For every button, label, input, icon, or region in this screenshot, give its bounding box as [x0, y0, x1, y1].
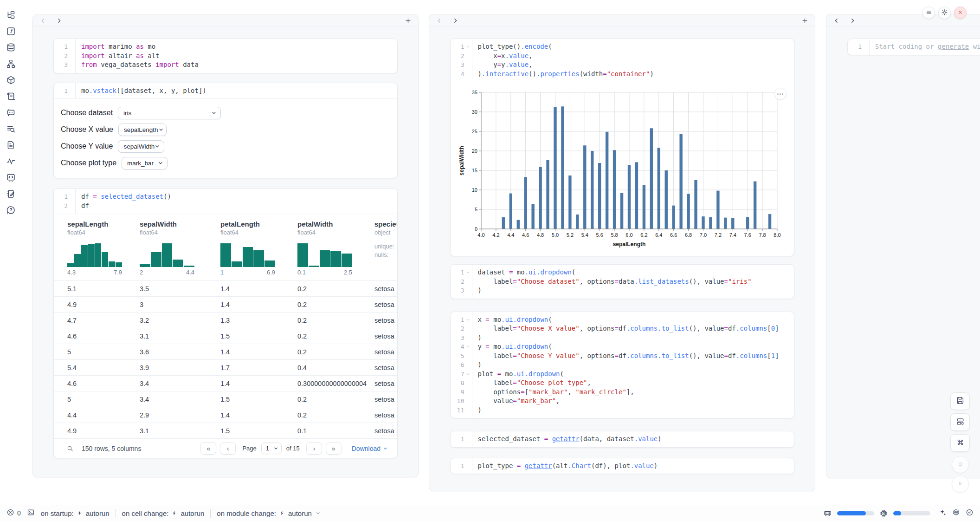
help-icon[interactable]: [6, 205, 16, 215]
code-editor[interactable]: 1df = selected_dataset()2df: [54, 189, 397, 214]
package-icon[interactable]: [6, 75, 16, 85]
chevron-down-icon: [315, 509, 321, 517]
table-cell: setosa: [368, 407, 397, 423]
download-button[interactable]: Download: [352, 445, 388, 452]
code-line: plot = mo.ui.dropdown(: [472, 370, 564, 379]
line-number: 5: [451, 352, 464, 361]
settings-button[interactable]: [938, 7, 951, 19]
table-cell: setosa: [368, 297, 397, 312]
document-icon[interactable]: [6, 140, 16, 150]
line-number: 3: [451, 286, 464, 295]
on-module-change-setting[interactable]: on module change: autorun: [217, 509, 320, 517]
first-page-button[interactable]: «: [200, 442, 216, 455]
code-editor[interactable]: 1x = mo.ui.dropdown(2 label="Choose X va…: [451, 312, 794, 418]
database-icon[interactable]: [6, 43, 16, 52]
generate-link[interactable]: generate: [938, 43, 969, 50]
scratchpad-icon[interactable]: [6, 189, 16, 199]
stop-button[interactable]: [952, 456, 969, 473]
table-column-header[interactable]: sepalWidthfloat6424.4: [133, 214, 213, 280]
dependency-graph-icon[interactable]: [6, 59, 16, 69]
close-icon: [957, 9, 964, 17]
column-back-icon[interactable]: [39, 17, 46, 24]
activity-icon[interactable]: [6, 156, 16, 166]
next-page-button[interactable]: ›: [306, 442, 322, 455]
svg-text:8.0: 8.0: [774, 232, 780, 238]
bar-chart[interactable]: 4.04.24.44.64.85.05.25.45.65.86.06.26.46…: [458, 86, 794, 251]
column-name: petalWidth: [297, 220, 368, 228]
line-number: 3: [54, 60, 68, 70]
table-cell: 3.4: [133, 376, 213, 391]
gutter-divider: [472, 431, 472, 447]
last-page-button[interactable]: »: [326, 442, 342, 455]
table-column-header[interactable]: petalWidthfloat640.12.5: [290, 214, 368, 280]
column-forward-icon[interactable]: [849, 17, 856, 24]
chart-actions-button[interactable]: [774, 88, 787, 100]
table-cell: 0.4: [290, 360, 368, 375]
prev-page-button[interactable]: ‹: [220, 442, 236, 455]
left-column-panel: 1import marimo as mo2import altair as al…: [32, 14, 419, 477]
svg-text:6.8: 6.8: [684, 232, 691, 238]
on-startup-value: autorun: [86, 509, 110, 517]
table-column-header[interactable]: speciesobjectunique:nulls:: [368, 214, 397, 280]
layout-button[interactable]: [950, 413, 970, 431]
terminal-button[interactable]: [27, 508, 35, 518]
function-icon[interactable]: f: [6, 26, 16, 36]
code-editor[interactable]: 1mo.vstack([dataset, x, y, plot]): [54, 83, 397, 99]
column-back-icon[interactable]: [436, 17, 443, 24]
on-startup-setting[interactable]: on startup: autorun: [41, 509, 110, 517]
svg-text:6.2: 6.2: [640, 232, 647, 238]
errors-button[interactable]: [6, 508, 14, 518]
run-button[interactable]: [952, 475, 969, 493]
table-row: 53.61.40.2setosa: [54, 344, 397, 359]
on-cell-change-label: on cell change:: [122, 509, 169, 517]
connection-status-button[interactable]: [966, 508, 974, 518]
code-line: dataset = mo.ui.dropdown(: [472, 268, 576, 277]
code-editor[interactable]: 1import marimo as mo2import altair as al…: [54, 39, 397, 73]
code-line: import marimo as mo: [75, 42, 155, 52]
code-editor[interactable]: 1 Start coding or generate with AI: [848, 39, 980, 55]
dropdown-select[interactable]: sepalWidth: [118, 140, 164, 153]
code-line: df: [75, 202, 89, 211]
code-editor[interactable]: 1dataset = mo.ui.dropdown(2 label="Choos…: [451, 265, 794, 299]
keyboard-shortcuts-button[interactable]: [950, 434, 970, 452]
add-cell-icon[interactable]: [801, 17, 808, 24]
gutter-divider: [75, 189, 76, 214]
left-column-header: [33, 14, 418, 27]
add-cell-icon[interactable]: [405, 17, 412, 24]
save-button[interactable]: [950, 392, 970, 410]
table-row: 4.931.40.2setosa: [54, 296, 397, 312]
code-line: y = mo.ui.dropdown(: [472, 342, 552, 352]
page-select[interactable]: 1: [261, 443, 282, 454]
code-line: ): [472, 406, 482, 415]
shutdown-button[interactable]: [954, 7, 967, 19]
table-cell: 0.30000000000000004: [290, 376, 368, 391]
file-tree-icon[interactable]: [6, 10, 16, 20]
chat-bot-icon[interactable]: [6, 108, 16, 117]
search-list-icon[interactable]: [6, 124, 16, 134]
code-line: label="Choose dataset", options=data.lis…: [472, 277, 752, 287]
code-editor[interactable]: 1plot_type = getattr(alt.Chart(df), plot…: [451, 458, 794, 474]
code-line: x=x.value,: [472, 52, 533, 61]
on-cell-change-setting[interactable]: on cell change: autorun: [122, 509, 205, 517]
search-icon[interactable]: [66, 445, 74, 452]
table-cell: 4.6: [54, 376, 133, 391]
column-back-icon[interactable]: [833, 17, 840, 24]
column-forward-icon[interactable]: [56, 17, 63, 24]
dropdown-select[interactable]: sepalLength: [118, 124, 167, 136]
dropdown-row: Choose X valuesepalLength: [61, 121, 397, 138]
histogram-min: 1: [220, 269, 224, 276]
code-editor[interactable]: 1selected_dataset = getattr(data, datase…: [451, 431, 794, 447]
table-column-header[interactable]: petalLengthfloat6416.9: [213, 214, 290, 280]
dropdown-select[interactable]: mark_bar: [122, 157, 168, 169]
code-editor[interactable]: 1plot_type().encode(2 x=x.value,3 y=y.va…: [451, 39, 794, 82]
table-column-header[interactable]: sepalLengthfloat644.37.9: [54, 214, 133, 280]
copilot-button[interactable]: [952, 508, 960, 518]
scroll-icon[interactable]: [6, 91, 16, 101]
menu-button[interactable]: [922, 7, 935, 19]
column-forward-icon[interactable]: [452, 17, 459, 24]
code-snippet-icon[interactable]: [6, 173, 16, 182]
ai-sparkles-button[interactable]: [939, 508, 947, 518]
dropdown-select[interactable]: iris: [118, 107, 221, 119]
error-count: 0: [17, 509, 21, 517]
dropdown-selected-value: iris: [123, 110, 131, 117]
